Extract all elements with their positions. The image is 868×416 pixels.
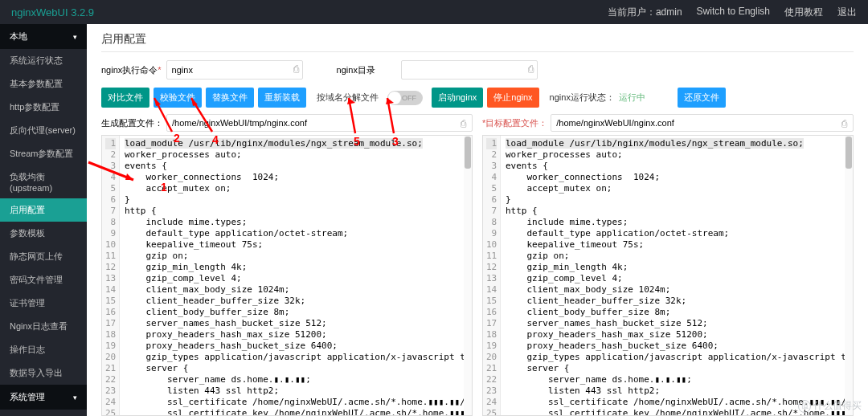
sidebar-item[interactable]: 负载均衡(upstream): [0, 165, 87, 198]
switch-language-link[interactable]: Switch to English: [697, 6, 770, 19]
scrollbar[interactable]: [464, 136, 472, 415]
reload-button[interactable]: 重新装载: [258, 88, 306, 108]
generated-path-label: 生成配置文件：: [101, 117, 163, 129]
target-path-label: *目标配置文件：: [482, 117, 547, 129]
current-user[interactable]: 当前用户：admin: [608, 6, 682, 19]
sidebar-item[interactable]: 静态网页上传: [0, 245, 87, 268]
gutter: 1234567891011121314151617181920212223242…: [102, 136, 120, 415]
sidebar: 本地 ▾ 系统运行状态基本参数配置http参数配置反向代理(server)Str…: [0, 24, 87, 416]
sidebar-item[interactable]: Nginx日志查看: [0, 315, 87, 338]
cmd-label: nginx执行命令*: [101, 64, 162, 76]
sidebar-item[interactable]: 操作日志: [0, 338, 87, 361]
upload-icon[interactable]: ⎙: [293, 63, 299, 75]
split-label: 按域名分解文件: [317, 92, 379, 104]
sidebar-section-local[interactable]: 本地 ▾: [0, 24, 87, 49]
chevron-down-icon: ▾: [73, 394, 77, 402]
compare-button[interactable]: 对比文件: [101, 88, 149, 108]
generated-path-input[interactable]: [166, 114, 473, 132]
upload-icon[interactable]: ⎙: [528, 63, 534, 75]
nginx-cmd-input[interactable]: [166, 60, 303, 80]
sidebar-item[interactable]: 启用配置: [0, 198, 87, 222]
start-nginx-button[interactable]: 启动nginx: [432, 88, 483, 108]
page-title: 启用配置: [101, 32, 854, 52]
sidebar-section-admin[interactable]: 系统管理 ▾: [0, 385, 87, 410]
split-toggle[interactable]: OFF: [387, 91, 423, 105]
right-editor[interactable]: 1234567891011121314151617181920212223242…: [482, 135, 854, 416]
sidebar-item[interactable]: Stream参数配置: [0, 142, 87, 165]
sidebar-item[interactable]: 远程服务器: [0, 410, 87, 416]
target-path-input[interactable]: [551, 114, 854, 132]
sidebar-item[interactable]: 基本参数配置: [0, 72, 87, 96]
status-value: 运行中: [619, 92, 645, 104]
replace-button[interactable]: 替换文件: [206, 88, 254, 108]
stop-nginx-button[interactable]: 停止nginx: [487, 88, 538, 108]
upload-icon[interactable]: ⎙: [841, 118, 847, 129]
logout-link[interactable]: 退出: [837, 6, 857, 19]
sidebar-item[interactable]: 参数模板: [0, 222, 87, 245]
sidebar-item[interactable]: http参数配置: [0, 96, 87, 119]
sidebar-item[interactable]: 数据导入导出: [0, 361, 87, 385]
left-editor[interactable]: 1234567891011121314151617181920212223242…: [101, 135, 473, 416]
validate-button[interactable]: 校验文件: [154, 88, 202, 108]
sidebar-item[interactable]: 证书管理: [0, 292, 87, 315]
sidebar-item[interactable]: 密码文件管理: [0, 268, 87, 292]
dir-label: nginx目录: [337, 64, 396, 76]
sidebar-item[interactable]: 反向代理(server): [0, 119, 87, 142]
scrollbar[interactable]: [845, 136, 853, 415]
tutorial-link[interactable]: 使用教程: [784, 6, 823, 19]
chevron-down-icon: ▾: [73, 33, 77, 41]
sidebar-item[interactable]: 系统运行状态: [0, 49, 87, 72]
nginx-dir-input[interactable]: [401, 60, 538, 80]
app-brand: nginxWebUI 3.2.9: [11, 6, 94, 18]
status-label: nginx运行状态：: [550, 92, 615, 104]
code-body[interactable]: load_module /usr/lib/nginx/modules/ngx_s…: [120, 136, 472, 415]
upload-icon[interactable]: ⎙: [461, 118, 466, 129]
gutter: 1234567891011121314151617181920212223242…: [483, 136, 501, 415]
toolbar: 对比文件 校验文件 替换文件 重新装载 按域名分解文件 OFF 启动nginx …: [101, 88, 854, 108]
restore-button[interactable]: 还原文件: [678, 88, 726, 108]
code-body[interactable]: load_module /usr/lib/nginx/modules/ngx_s…: [501, 136, 853, 415]
